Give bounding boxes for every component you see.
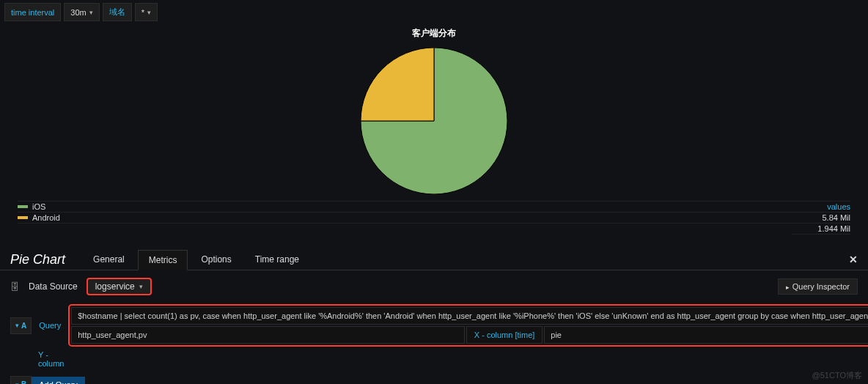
chart-title: 客户端分布 [7, 27, 861, 40]
time-interval-value: 30m [70, 8, 86, 17]
query-b-toggle[interactable]: ▾ B [10, 376, 32, 384]
editor-title: Pie Chart [10, 252, 65, 267]
legend-item[interactable]: iOS [18, 201, 792, 213]
ycolumn-input[interactable]: http_user_agent,pv [71, 326, 465, 344]
datasource-value: logservice [95, 281, 135, 292]
datasource-label: Data Source [29, 281, 78, 292]
time-interval-value-button[interactable]: 30m ▾ [64, 3, 99, 21]
xcolumn-label: X - column [time] [466, 326, 543, 344]
query-letter-b: B [21, 380, 26, 384]
chevron-down-icon: ▾ [15, 381, 19, 385]
legend-item[interactable]: Android [18, 213, 792, 224]
query-a-highlight-box: $hostname | select count(1) as pv, case … [68, 304, 868, 347]
query-a-toggle[interactable]: ▾ A [10, 317, 32, 334]
legend-label: Android [32, 213, 60, 222]
domain-value-button[interactable]: * ▾ [135, 3, 158, 21]
tab-metrics[interactable]: Metrics [138, 250, 188, 270]
pie-chart [7, 44, 861, 198]
tab-options[interactable]: Options [191, 250, 241, 269]
pie-slice-android [361, 48, 434, 121]
time-interval-label-button[interactable]: time interval [4, 3, 61, 21]
query-a-block: ▾ A Query $hostname | select count(1) as… [0, 303, 868, 376]
legend-label: iOS [32, 202, 45, 211]
domain-label-button[interactable]: 域名 [103, 3, 132, 21]
legend: iOS Android values 5.84 Mil 1.944 Mil [7, 198, 861, 236]
editor-tabs: Pie Chart General Metrics Options Time r… [0, 245, 868, 270]
chevron-down-icon: ▾ [89, 9, 93, 16]
tab-time-range[interactable]: Time range [245, 250, 309, 269]
xcolumn-input[interactable]: pie [544, 326, 868, 344]
top-toolbar: time interval 30m ▾ 域名 * ▾ [0, 0, 868, 24]
chart-panel: 客户端分布 iOS Android values 5.84 Mil 1.944 … [0, 27, 868, 236]
query-b-row: ▾ B Add Query [0, 376, 868, 384]
add-query-button[interactable]: Add Query [32, 377, 85, 385]
datasource-row: 🗄 Data Source logservice ▾ ▸Query Inspec… [0, 270, 868, 303]
ycolumn-label: Y - column [31, 347, 79, 372]
watermark: @51CTO博客 [812, 370, 862, 381]
database-icon: 🗄 [10, 281, 20, 292]
close-icon[interactable]: ✕ [849, 254, 858, 265]
pie-svg [361, 48, 507, 194]
query-a-input[interactable]: $hostname | select count(1) as pv, case … [71, 307, 868, 325]
legend-swatch-android [18, 216, 28, 219]
legend-swatch-ios [18, 205, 28, 208]
chevron-down-icon: ▾ [15, 322, 19, 329]
caret-right-icon: ▸ [786, 284, 790, 291]
domain-value: * [141, 8, 144, 17]
legend-values-header[interactable]: values [792, 201, 850, 213]
chevron-down-icon: ▾ [139, 283, 143, 290]
query-label: Query [32, 317, 68, 333]
tab-general[interactable]: General [83, 250, 135, 269]
datasource-select[interactable]: logservice ▾ [87, 278, 152, 295]
legend-value: 5.84 Mil [792, 213, 850, 224]
query-letter-a: A [21, 322, 26, 330]
query-inspector-button[interactable]: ▸Query Inspector [778, 278, 858, 295]
legend-value: 1.944 Mil [792, 224, 850, 235]
chevron-down-icon: ▾ [147, 9, 151, 16]
